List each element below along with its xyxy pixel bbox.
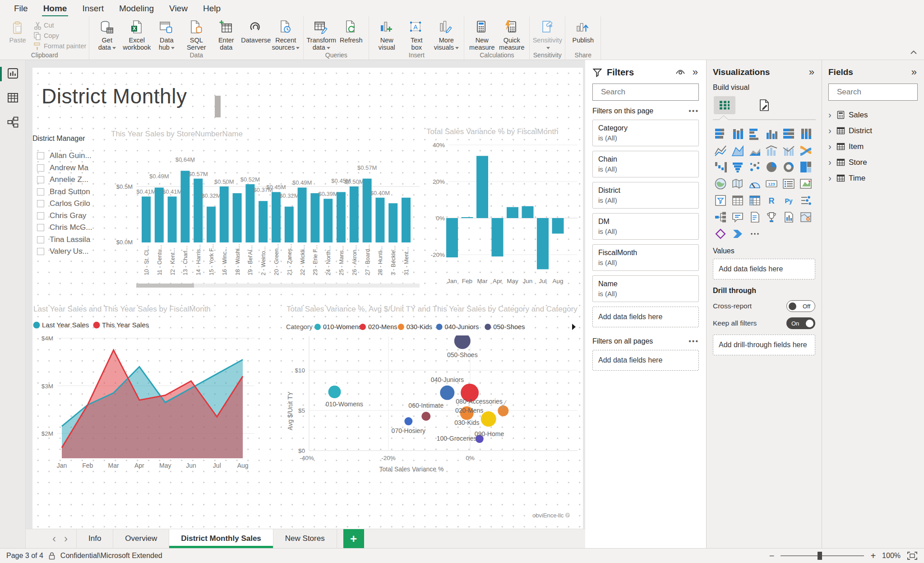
menu-item-home[interactable]: Home <box>36 0 75 16</box>
keep-all-filters-toggle[interactable]: On <box>786 317 815 329</box>
visual-type-more-options-icon[interactable] <box>747 227 762 241</box>
get-data-button[interactable]: Getdata <box>92 18 122 51</box>
next-page-arrow-icon[interactable]: › <box>60 532 72 545</box>
visual-type-ribbon-chart-icon[interactable] <box>798 144 813 157</box>
collapse-fields-icon[interactable]: » <box>910 66 918 78</box>
zoom-slider[interactable] <box>781 555 864 556</box>
variance-bar-chart[interactable]: Total Sales Variance % by FiscalMonth40%… <box>420 124 583 300</box>
zoom-out-button[interactable]: − <box>769 551 775 561</box>
visual-type-power-apps-icon[interactable] <box>713 227 728 241</box>
visual-type-table-icon[interactable] <box>730 194 745 207</box>
page-tab-overview[interactable]: Overview <box>113 529 169 548</box>
menu-item-help[interactable]: Help <box>195 0 228 16</box>
filter-card-district[interactable]: Districtis (All) <box>592 182 699 209</box>
transform-data-button[interactable]: Transformdata <box>306 18 336 51</box>
visual-type-100-stacked-bar-chart-icon[interactable] <box>781 127 796 140</box>
copy-button[interactable]: Copy <box>32 30 86 41</box>
filters-all-more-icon[interactable]: ••• <box>688 337 699 345</box>
visual-type-stacked-column-chart-icon[interactable] <box>730 127 745 140</box>
report-view-button[interactable] <box>0 64 26 84</box>
slicer-item[interactable]: Tina Lassila <box>32 234 114 246</box>
filters-all-add-fields[interactable]: Add data fields here <box>592 350 699 371</box>
fit-to-page-icon[interactable] <box>907 551 918 560</box>
menu-item-view[interactable]: View <box>162 0 195 16</box>
visual-type-paginated-report-icon[interactable] <box>781 210 796 224</box>
checkbox[interactable] <box>37 248 44 255</box>
visual-type-treemap-icon[interactable] <box>798 160 813 174</box>
visual-type-scatter-chart-icon[interactable] <box>747 160 762 174</box>
visual-type-r-script-visual-icon[interactable]: R <box>764 194 779 207</box>
visual-type-area-chart-icon[interactable] <box>730 144 745 157</box>
report-title-textbox[interactable]: District Monthly <box>42 84 187 108</box>
filter-card-name[interactable]: Nameis (All) <box>592 275 699 302</box>
expand-chevron-icon[interactable]: › <box>828 110 836 120</box>
filter-card-dm[interactable]: DMis (All) <box>592 213 699 240</box>
page-tab-info[interactable]: Info <box>76 529 113 548</box>
dataverse-button[interactable]: Dataverse <box>241 18 271 44</box>
visual-type-slicer-icon[interactable] <box>713 194 728 207</box>
page-tab-district-monthly-sales[interactable]: District Monthly Sales <box>169 529 273 548</box>
expand-chevron-icon[interactable]: › <box>828 173 836 183</box>
collapse-filters-icon[interactable]: » <box>692 66 699 78</box>
expand-chevron-icon[interactable]: › <box>828 157 836 168</box>
visual-type-decomposition-tree-icon[interactable] <box>713 210 728 224</box>
checkbox[interactable] <box>37 200 44 207</box>
eye-icon[interactable] <box>675 69 685 76</box>
field-table-time[interactable]: ›Time <box>828 170 918 186</box>
menu-item-modeling[interactable]: Modeling <box>111 0 162 16</box>
enter-data-button[interactable]: Enterdata <box>211 18 241 51</box>
visual-type-matrix-icon[interactable] <box>747 194 762 207</box>
slicer-item[interactable]: Valery Us... <box>32 246 114 258</box>
slicer-item[interactable]: Annelie Z... <box>32 174 114 186</box>
checkbox[interactable] <box>37 164 44 172</box>
field-table-store[interactable]: ›Store <box>828 154 918 170</box>
filters-page-more-icon[interactable]: ••• <box>688 107 699 115</box>
visual-type-donut-chart-icon[interactable] <box>781 160 796 174</box>
visual-type-line-chart-icon[interactable] <box>713 144 728 157</box>
data-hub-button[interactable]: Datahub <box>152 18 181 51</box>
checkbox[interactable] <box>37 188 44 195</box>
drill-through-add-fields[interactable]: Add drill-through fields here <box>713 335 815 355</box>
sql-server-button[interactable]: SQLServer <box>181 18 211 51</box>
format-painter-button[interactable]: Format painter <box>32 41 86 51</box>
slicer-item[interactable]: Andrew Ma <box>32 162 114 174</box>
visual-type-line-and-clustered-column-chart-icon[interactable] <box>781 144 796 157</box>
cross-report-toggle[interactable]: Off <box>786 300 815 312</box>
zoom-in-button[interactable]: + <box>870 551 876 561</box>
visual-type-gauge-icon[interactable] <box>747 177 762 191</box>
visual-type-pie-chart-icon[interactable] <box>764 160 779 174</box>
collapse-viz-icon[interactable]: » <box>808 66 815 78</box>
sensitivity-button[interactable]: Sensitivity <box>532 18 562 51</box>
field-table-sales[interactable]: ›Sales <box>828 107 918 123</box>
visual-type-key-influencers-icon[interactable] <box>798 194 813 207</box>
prev-page-arrow-icon[interactable]: ‹ <box>48 532 60 545</box>
filters-search[interactable] <box>592 84 699 101</box>
zoom-slider-thumb[interactable] <box>818 552 822 560</box>
data-view-button[interactable] <box>0 88 26 109</box>
ribbon-collapse-chevron-icon[interactable] <box>910 49 918 57</box>
filter-card-category[interactable]: Categoryis (All) <box>592 120 699 146</box>
visual-type-smart-narrative-icon[interactable] <box>747 210 762 224</box>
field-table-item[interactable]: ›Item <box>828 139 918 154</box>
fields-search-input[interactable] <box>836 87 924 97</box>
store-sales-bar-chart[interactable]: This Year Sales by StoreNumberName$0.5M$… <box>104 126 424 291</box>
visual-type-card-icon[interactable]: 123 <box>764 177 779 191</box>
filters-search-input[interactable] <box>600 87 702 97</box>
field-table-district[interactable]: ›District <box>828 123 918 139</box>
format-visual-tab[interactable] <box>755 96 773 114</box>
build-visual-tab[interactable] <box>714 96 735 114</box>
refresh-button[interactable]: Refresh <box>336 18 366 44</box>
checkbox[interactable] <box>37 212 44 219</box>
visual-type-clustered-column-chart-icon[interactable] <box>764 127 779 140</box>
publish-button[interactable]: Publish <box>568 18 598 44</box>
checkbox[interactable] <box>37 176 44 183</box>
checkbox[interactable] <box>37 224 44 231</box>
visual-type-arcgis-map-icon[interactable] <box>798 210 813 224</box>
visual-type-filled-map-icon[interactable] <box>730 177 745 191</box>
menu-item-file[interactable]: File <box>6 0 36 16</box>
new-page-button[interactable]: + <box>343 529 364 548</box>
text-box-button[interactable]: ATextbox <box>402 18 431 51</box>
expand-chevron-icon[interactable]: › <box>828 126 836 136</box>
slicer-item[interactable]: Chris Gray <box>32 210 114 222</box>
visual-type-100-stacked-column-chart-icon[interactable] <box>798 127 813 140</box>
